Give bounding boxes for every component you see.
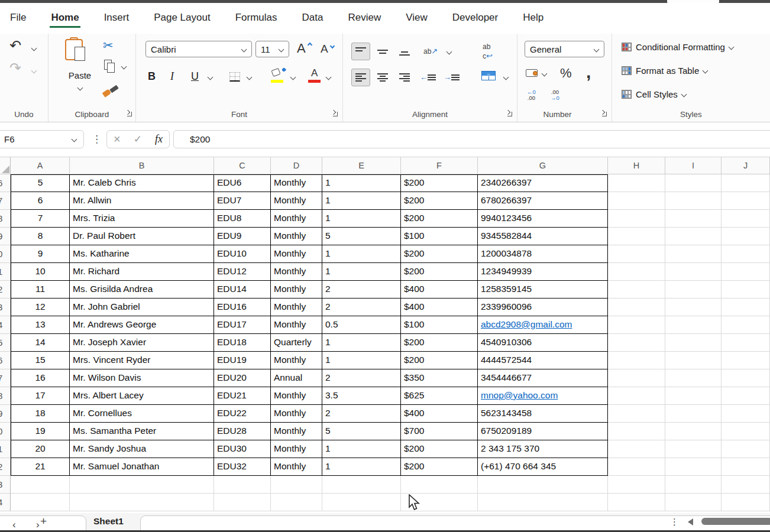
cell-frequency[interactable]: Monthly <box>271 245 322 263</box>
row-header[interactable]: 1 <box>0 263 11 281</box>
cell-frequency[interactable]: Monthly <box>271 299 322 316</box>
cell-id[interactable]: EDU10 <box>214 245 271 263</box>
cell-quantity[interactable]: 1 <box>322 352 401 369</box>
cell-amount[interactable]: $200 <box>401 210 478 228</box>
tab-view[interactable]: View <box>405 9 429 28</box>
cell-id[interactable]: EDU18 <box>214 334 271 352</box>
col-header-f[interactable]: F <box>401 157 478 174</box>
cell-serial[interactable]: 17 <box>11 387 70 405</box>
cell-amount[interactable]: $625 <box>401 387 478 405</box>
cell-serial[interactable]: 21 <box>11 458 70 476</box>
row-header[interactable]: 6 <box>0 174 11 192</box>
cell-frequency[interactable]: Annual <box>271 369 322 387</box>
cell-empty[interactable] <box>608 174 665 192</box>
cell-id[interactable]: EDU6 <box>214 174 271 192</box>
cell-empty[interactable] <box>665 192 722 210</box>
cell-name[interactable]: Mr. Allwin <box>70 192 214 210</box>
cell-name[interactable]: Mr. Andrews George <box>70 316 214 334</box>
cell-id[interactable]: EDU20 <box>214 369 271 387</box>
enter-icon[interactable]: ✓ <box>134 133 142 145</box>
col-header-c[interactable]: C <box>214 157 271 174</box>
cell-quantity[interactable]: 5 <box>322 423 401 440</box>
row-header[interactable]: 8 <box>0 387 11 405</box>
cell-empty[interactable] <box>665 352 722 369</box>
row-header[interactable]: 3 <box>0 476 11 494</box>
cell-name[interactable]: Mr. Wilson Davis <box>70 369 214 387</box>
cell-serial[interactable]: 18 <box>11 405 70 423</box>
cell-amount[interactable]: $200 <box>401 440 478 458</box>
cell-empty[interactable] <box>401 476 478 494</box>
row-header[interactable]: 2 <box>0 458 11 476</box>
cell-contact[interactable]: 6750209189 <box>478 423 608 440</box>
formula-input[interactable]: $200 <box>173 130 770 148</box>
tab-home[interactable]: Home <box>50 9 80 28</box>
cell-id[interactable]: EDU7 <box>214 192 271 210</box>
cell-quantity[interactable]: 2 <box>322 369 401 387</box>
cell-contact[interactable]: 9345582844 <box>478 228 608 245</box>
cell-empty[interactable] <box>722 245 770 263</box>
decrease-decimal-icon[interactable]: .00→0 <box>551 89 559 101</box>
underline-dropdown-icon[interactable] <box>208 74 213 80</box>
cell-amount[interactable]: $200 <box>401 334 478 352</box>
cell-empty[interactable] <box>608 476 665 494</box>
cell-amount[interactable]: $400 <box>401 281 478 299</box>
cell-frequency[interactable]: Monthly <box>271 405 322 423</box>
cell-quantity[interactable]: 1 <box>322 440 401 458</box>
fill-color-dropdown-icon[interactable] <box>290 74 296 80</box>
cell-contact[interactable]: mnop@yahoo.com <box>478 387 608 405</box>
cell-contact[interactable]: 1234949939 <box>478 263 608 281</box>
cell-empty[interactable] <box>608 210 665 228</box>
cell-amount[interactable]: $700 <box>401 423 478 440</box>
orientation-dropdown-icon[interactable] <box>447 49 452 55</box>
formula-bar-kebab-icon[interactable]: ⋮ <box>92 133 102 145</box>
orientation-icon[interactable]: ab↗ <box>423 46 438 56</box>
cell-empty[interactable] <box>665 245 722 263</box>
font-color-dropdown-icon[interactable] <box>326 74 332 80</box>
cell-empty[interactable] <box>722 352 770 369</box>
cell-name[interactable]: Dr. Paul Robert <box>70 228 214 245</box>
number-format-combo[interactable]: General <box>525 41 604 57</box>
cell-name[interactable]: Ms. Grisilda Andrea <box>70 281 214 299</box>
cell-name[interactable]: Ms. Katharine <box>70 245 214 263</box>
cell-amount[interactable]: $200 <box>401 192 478 210</box>
cell-amount[interactable]: $200 <box>401 352 478 369</box>
cell-empty[interactable] <box>608 369 665 387</box>
increase-indent-icon[interactable]: → <box>444 72 460 82</box>
cell-quantity[interactable]: 1 <box>322 263 401 281</box>
cell-empty[interactable] <box>11 494 70 511</box>
cell-name[interactable]: Mr. Sandy Joshua <box>70 440 214 458</box>
scroll-left-icon[interactable] <box>688 518 693 525</box>
cell-frequency[interactable]: Monthly <box>271 228 322 245</box>
cell-empty[interactable] <box>608 334 665 352</box>
cell-empty[interactable] <box>665 423 722 440</box>
col-header-a[interactable]: A <box>11 157 70 174</box>
cell-frequency[interactable]: Monthly <box>271 192 322 210</box>
cell-name[interactable]: Mrs. Albert Lacey <box>70 387 214 405</box>
alignment-dialog-launcher-icon[interactable] <box>506 110 513 118</box>
row-header[interactable]: 3 <box>0 299 11 316</box>
new-sheet-icon[interactable]: + <box>40 515 47 528</box>
cell-empty[interactable] <box>11 476 70 494</box>
cell-empty[interactable] <box>665 281 722 299</box>
name-box-dropdown-icon[interactable] <box>72 137 77 142</box>
cell-serial[interactable]: 16 <box>11 369 70 387</box>
cell-styles-button[interactable]: Cell Styles <box>622 89 686 99</box>
cell-quantity[interactable]: 2 <box>322 299 401 316</box>
cell-empty[interactable] <box>608 352 665 369</box>
accounting-dropdown-icon[interactable] <box>542 71 548 77</box>
row-header[interactable]: 5 <box>0 334 11 352</box>
borders-dropdown-icon[interactable] <box>247 74 253 80</box>
increase-font-size-icon[interactable]: A <box>297 41 306 56</box>
tab-data[interactable]: Data <box>301 9 325 28</box>
cell-empty[interactable] <box>608 299 665 316</box>
cell-id[interactable]: EDU28 <box>214 423 271 440</box>
cell-id[interactable]: EDU21 <box>214 387 271 405</box>
cell-empty[interactable] <box>665 405 722 423</box>
cell-contact[interactable]: 2339960096 <box>478 299 608 316</box>
cell-empty[interactable] <box>271 494 322 511</box>
cell-serial[interactable]: 14 <box>11 334 70 352</box>
cell-id[interactable]: EDU32 <box>214 458 271 476</box>
cell-id[interactable]: EDU22 <box>214 405 271 423</box>
name-box[interactable]: F6 <box>0 130 84 148</box>
cell-name[interactable]: Ms. Samantha Peter <box>70 423 214 440</box>
